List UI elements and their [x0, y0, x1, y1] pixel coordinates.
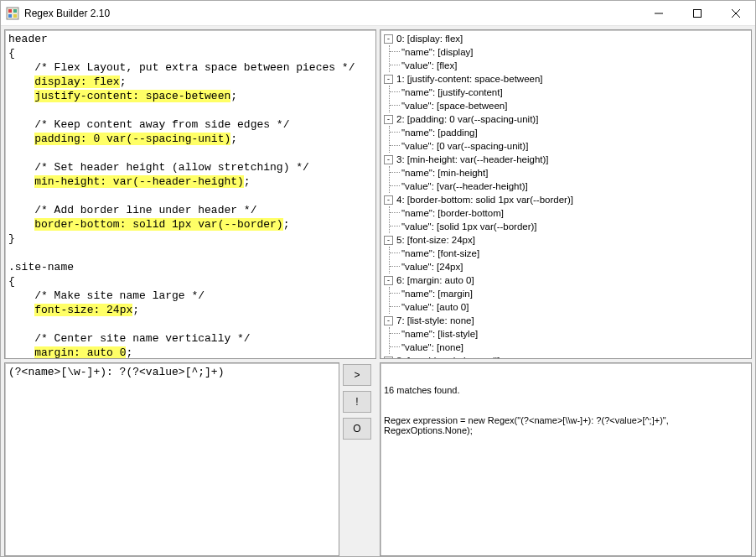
app-window: Regex Builder 2.10 header{ /* Flex Layou… [0, 0, 756, 557]
tree-node-label: 2: [padding: 0 var(--spacing-unit)] [396, 112, 538, 126]
tree-child-name[interactable]: "name": [min-height] [401, 166, 748, 180]
tree-node[interactable]: -7: [list-style: none]"name": [list-styl… [384, 314, 748, 354]
tree-node[interactable]: -0: [display: flex]"name": [display]"val… [384, 32, 748, 72]
output-panel[interactable]: 16 matches found. Regex expression = new… [380, 362, 752, 556]
regex-input[interactable]: (?<name>[\w-]+): ?(?<value>[^;]+) [4, 362, 339, 556]
tree-child-value[interactable]: "value": [0 var(--spacing-unit)] [401, 139, 748, 153]
expander-icon[interactable]: - [384, 276, 393, 285]
tree-node-label: 4: [border-bottom: solid 1px var(--borde… [396, 193, 573, 206]
tree-node[interactable]: -8: [word-break: keep-all]"name": [word-… [384, 354, 748, 359]
options-button[interactable]: O [343, 418, 371, 440]
window-title: Regex Builder 2.10 [24, 8, 110, 19]
tree-node-label: 3: [min-height: var(--header-height)] [396, 153, 549, 166]
tree-child-value[interactable]: "value": [var(--header-height)] [401, 180, 748, 193]
tree-node[interactable]: -5: [font-size: 24px]"name": [font-size]… [384, 233, 748, 273]
expander-icon[interactable]: - [384, 155, 393, 164]
close-button[interactable] [717, 1, 755, 26]
tree-node-label: 5: [font-size: 24px] [396, 233, 475, 247]
tree-child-name[interactable]: "name": [margin] [401, 287, 748, 300]
tree-child-value[interactable]: "value": [solid 1px var(--border)] [401, 220, 748, 233]
tree-child-value[interactable]: "value": [24px] [401, 260, 748, 273]
svg-rect-4 [13, 14, 17, 18]
tree-child-value[interactable]: "value": [flex] [401, 59, 748, 72]
output-line-2: Regex expression = new Regex("(?<name>[\… [384, 415, 748, 435]
tree-node-label: 1: [justify-content: space-between] [396, 72, 543, 86]
svg-rect-2 [13, 9, 17, 13]
tree-node-label: 0: [display: flex] [396, 32, 463, 45]
minimize-button[interactable] [639, 1, 678, 26]
action-buttons: > ! O [343, 362, 376, 556]
output-text: 16 matches found. Regex expression = new… [381, 363, 751, 457]
expander-icon[interactable]: - [384, 195, 393, 205]
client-area: header{ /* Flex Layout, put extra space … [1, 26, 755, 556]
tree-node[interactable]: -1: [justify-content: space-between]"nam… [384, 72, 748, 112]
tree-child-name[interactable]: "name": [font-size] [401, 247, 748, 260]
expander-icon[interactable]: - [384, 34, 393, 44]
source-panel[interactable]: header{ /* Flex Layout, put extra space … [4, 29, 376, 359]
tree-node-label: 6: [margin: auto 0] [396, 273, 474, 287]
results-tree[interactable]: -0: [display: flex]"name": [display]"val… [381, 30, 751, 359]
tree-child-name[interactable]: "name": [padding] [401, 126, 748, 139]
output-line-1: 16 matches found. [384, 385, 748, 395]
expander-icon[interactable]: - [384, 115, 393, 124]
tree-child-name[interactable]: "name": [border-bottom] [401, 206, 748, 220]
tree-node[interactable]: -4: [border-bottom: solid 1px var(--bord… [384, 193, 748, 233]
close-icon [732, 9, 740, 18]
svg-rect-1 [8, 9, 12, 13]
tree-child-value[interactable]: "value": [auto 0] [401, 300, 748, 314]
bang-button[interactable]: ! [343, 391, 371, 413]
run-button[interactable]: > [343, 364, 371, 386]
maximize-button[interactable] [678, 1, 717, 26]
results-tree-panel[interactable]: -0: [display: flex]"name": [display]"val… [380, 29, 752, 359]
regex-panel: (?<name>[\w-]+): ?(?<value>[^;]+) > ! O [4, 362, 376, 556]
svg-rect-6 [694, 9, 702, 17]
svg-rect-3 [8, 14, 12, 18]
tree-node[interactable]: -6: [margin: auto 0]"name": [margin]"val… [384, 273, 748, 314]
expander-icon[interactable]: - [384, 316, 393, 325]
tree-node-label: 7: [list-style: none] [396, 314, 474, 327]
source-text[interactable]: header{ /* Flex Layout, put extra space … [5, 30, 375, 359]
tree-node-label: 8: [word-break: keep-all] [396, 354, 500, 359]
titlebar: Regex Builder 2.10 [1, 1, 755, 26]
tree-node[interactable]: -2: [padding: 0 var(--spacing-unit)]"nam… [384, 112, 748, 153]
maximize-icon [693, 9, 702, 18]
tree-child-name[interactable]: "name": [justify-content] [401, 86, 748, 99]
expander-icon[interactable]: - [384, 236, 393, 245]
app-icon [6, 7, 19, 20]
tree-child-name[interactable]: "name": [list-style] [401, 327, 748, 341]
tree-node[interactable]: -3: [min-height: var(--header-height)]"n… [384, 153, 748, 193]
tree-child-name[interactable]: "name": [display] [401, 45, 748, 59]
tree-child-value[interactable]: "value": [space-between] [401, 99, 748, 112]
expander-icon[interactable]: - [384, 75, 393, 84]
tree-child-value[interactable]: "value": [none] [401, 341, 748, 354]
expander-icon[interactable]: - [384, 357, 393, 360]
minimize-icon [655, 9, 663, 18]
